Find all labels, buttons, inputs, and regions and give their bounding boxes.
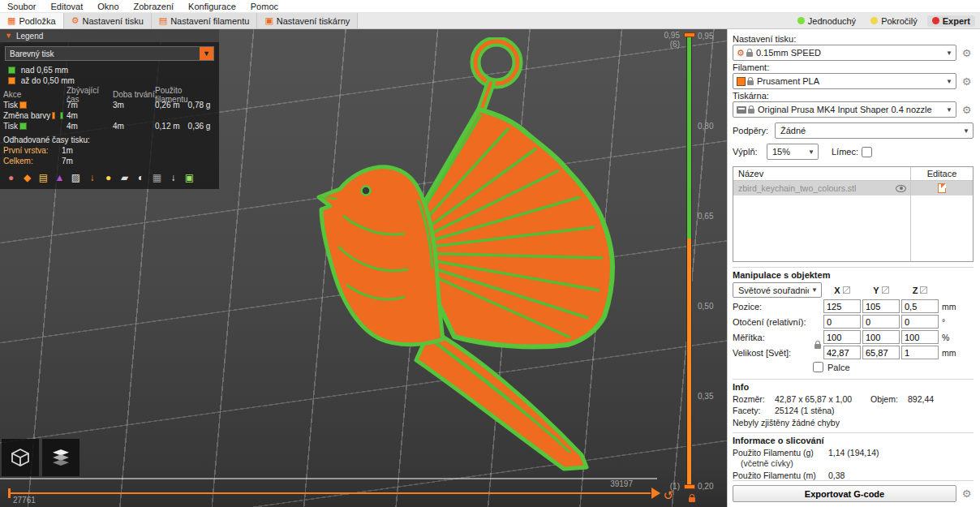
scale-lock-icon[interactable]	[813, 341, 823, 350]
filament-select[interactable]: Prusament PLA ▼	[733, 73, 956, 89]
filament-gear-button[interactable]: ⚙	[960, 76, 974, 87]
slider-lock-icon[interactable]	[687, 494, 697, 504]
size-y-input[interactable]	[862, 346, 900, 359]
mode-advanced[interactable]: Pokročilý	[866, 15, 922, 27]
tabbar-spacer	[358, 13, 793, 28]
3d-viewport[interactable]: ▼ Legend Barevný tisk ▼ nad 0,65 mm až d…	[0, 29, 727, 507]
vslider-upper-handle[interactable]	[684, 32, 695, 37]
collapse-triangle-icon: ▼	[5, 32, 12, 40]
mode-simple[interactable]: Jednoduchý	[793, 15, 861, 27]
tick-label: 0,95	[698, 32, 713, 41]
lower-handle-layer: (1)	[660, 482, 680, 491]
tab-print-settings[interactable]: ⚙ Nastavení tisku	[64, 13, 152, 28]
menu-item-konfigurace[interactable]: Konfigurace	[181, 2, 243, 11]
legend-toggle-icon[interactable]: ▣	[183, 171, 196, 183]
mode-switcher: Jednoduchý Pokročilý Expert	[793, 13, 980, 28]
legend-row-print-green: Tisk 4m 4m 0,12 m0,36 g	[3, 121, 216, 131]
object-list-header: Název Editace	[733, 167, 973, 181]
menu-item-zobrazeni[interactable]: Zobrazení	[127, 2, 182, 11]
duration: 3m	[113, 101, 155, 110]
3d-view-button[interactable]	[2, 439, 39, 476]
pause-prints-icon[interactable]: ◆	[21, 171, 33, 183]
deretractions-icon[interactable]: ◐	[135, 171, 147, 183]
position-x-input[interactable]	[823, 299, 861, 313]
axis-x-header: X	[823, 286, 861, 295]
custom-gcode-icon[interactable]: ▤	[37, 171, 49, 183]
position-y-input[interactable]	[862, 299, 900, 313]
travel-moves-icon[interactable]: ↓	[86, 171, 98, 183]
rotation-x-input[interactable]	[823, 315, 861, 329]
info-title: Info	[733, 382, 974, 392]
mode-expert-dot-icon	[932, 17, 939, 24]
edit-object-icon[interactable]	[938, 183, 946, 193]
menu-item-pomoc[interactable]: Pomoc	[243, 2, 286, 11]
orange-swatch-icon	[52, 112, 55, 119]
hslider-track[interactable]	[10, 492, 651, 494]
axis-z-icon[interactable]	[920, 286, 927, 294]
axis-y-icon[interactable]	[882, 286, 889, 294]
seams-icon[interactable]: ▦	[151, 171, 163, 183]
menu-item-editovat[interactable]: Editovat	[43, 2, 90, 11]
scale-z-input[interactable]	[901, 330, 939, 344]
print-settings-icon: ⚙	[71, 16, 80, 25]
dropdown-arrow-icon: ▼	[961, 127, 969, 135]
unit-label: mm	[940, 348, 960, 358]
tab-printer-settings[interactable]: ▣ Nastavení tiskárny	[257, 13, 358, 28]
retractions-icon[interactable]: ▰	[118, 171, 131, 183]
coordinates-value: Světové souřadnice	[737, 286, 809, 295]
menu-item-okno[interactable]: Okno	[90, 2, 126, 11]
tick-label: 0,35	[698, 392, 713, 401]
brim-checkbox[interactable]	[862, 147, 872, 157]
color-changes-icon[interactable]: ●	[5, 171, 17, 183]
export-gcode-button[interactable]: Exportovat G-code	[733, 485, 956, 502]
object-list: Název Editace zbird_keychain_two_colours…	[733, 166, 974, 262]
object-row[interactable]: zbird_keychain_two_colours.stl	[733, 181, 973, 195]
scale-x-input[interactable]	[823, 330, 861, 344]
inches-checkbox[interactable]	[813, 362, 823, 372]
scale-y-input[interactable]	[862, 330, 900, 344]
printer-gear-button[interactable]: ⚙	[960, 105, 974, 115]
mode-expert[interactable]: Expert	[927, 15, 975, 27]
eye-visibility-icon[interactable]	[896, 185, 906, 192]
duration: 4m	[113, 122, 155, 131]
rotation-y-input[interactable]	[862, 315, 900, 329]
print-settings-gear-button[interactable]: ⚙	[960, 48, 974, 58]
sliced-info-title: Informace o slicování	[733, 436, 974, 445]
horizontal-move-slider[interactable]: 39197 27761 ↺	[5, 481, 675, 507]
size-z-input[interactable]	[901, 346, 939, 359]
axis-x-icon[interactable]	[843, 286, 850, 294]
view-type-select[interactable]: Barevný tisk ▼	[5, 46, 214, 61]
size-x-input[interactable]	[823, 346, 861, 359]
printer-select[interactable]: Original Prusa MK4 Input Shaper 0.4 nozz…	[733, 101, 956, 118]
supports-select[interactable]: Žádné ▼	[775, 122, 974, 139]
wipe-moves-icon[interactable]: ●	[102, 171, 114, 183]
bird-keychain-model[interactable]	[296, 37, 621, 479]
tick-label: 0,50	[698, 302, 713, 311]
coordinates-select[interactable]: Světové souřadnice ▼	[733, 282, 822, 298]
tool-marker-icon[interactable]: ▨	[70, 171, 82, 183]
infill-select[interactable]: 15% ▼	[767, 144, 819, 160]
layers-view-button[interactable]	[42, 439, 80, 476]
legend-table: Akce Zbývající čas Doba trvání Použito f…	[3, 89, 216, 131]
vslider-track[interactable]	[686, 36, 692, 486]
dropdown-arrow-icon: ▼	[943, 106, 952, 114]
position-z-input[interactable]	[901, 299, 939, 313]
lock-icon	[747, 80, 754, 85]
hslider-max-label: 39197	[610, 479, 633, 488]
export-settings-gear-icon[interactable]: ⚙	[960, 488, 974, 499]
vslider-lower-handle[interactable]	[684, 484, 695, 489]
upper-handle-layer: (6)	[657, 40, 680, 49]
object-drop-icon[interactable]: ↓	[167, 171, 179, 183]
object-manipulation-section: Manipulace s objektem Světové souřadnice…	[733, 267, 974, 374]
lock-icon	[748, 109, 754, 114]
shells-icon[interactable]: ▲	[54, 171, 66, 183]
vertical-layer-slider[interactable]: 0,95 (6) (1) 0,95 0,80 0,65 0,50 0,35 0,…	[657, 31, 719, 502]
menu-item-soubor[interactable]: Soubor	[0, 2, 43, 11]
tab-plater[interactable]: ▦ Podložka	[0, 13, 64, 28]
legend-row-color-change: Změna barvy 4m	[3, 110, 216, 121]
range-label: nad 0,65 mm	[21, 66, 68, 75]
tab-filament-settings[interactable]: ▤ Nastavení filamentu	[152, 13, 258, 28]
print-settings-select[interactable]: ⚙ 0.15mm SPEED ▼	[733, 45, 956, 61]
legend-header[interactable]: ▼ Legend	[0, 29, 219, 42]
rotation-z-input[interactable]	[901, 315, 939, 329]
